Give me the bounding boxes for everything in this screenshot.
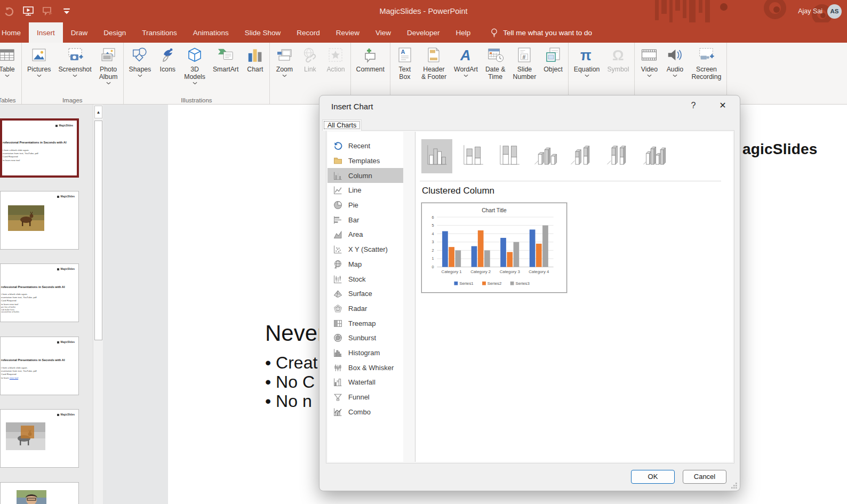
clustered-column-3d-icon — [533, 143, 558, 170]
chart-type-item[interactable]: Sunburst — [327, 331, 403, 346]
chart-type-item[interactable]: Recent — [327, 139, 403, 154]
slide-thumbnail-6[interactable] — [0, 482, 79, 504]
ribbon-button[interactable]: Zoom — [271, 44, 297, 77]
chart-type-item[interactable]: X Y (Scatter) — [327, 242, 403, 257]
thumbnail-scrollbar[interactable]: ▲ — [93, 105, 103, 504]
customize-qat-icon[interactable] — [61, 6, 73, 17]
ribbon-button[interactable]: Shapes — [125, 44, 155, 77]
ribbon-button[interactable]: Photo Album — [95, 44, 122, 85]
ribbon-button[interactable]: Pictures — [23, 44, 54, 77]
help-button[interactable]: ? — [688, 101, 699, 110]
chart-type-item[interactable]: Radar — [327, 301, 403, 316]
chart-type-item[interactable]: Combo — [327, 404, 403, 419]
chart-type-item[interactable]: Box & Whisker — [327, 360, 403, 375]
chart-type-item[interactable]: Templates — [327, 154, 403, 169]
slide-thumbnail-panel: MagicSlides rofessional Presentations in… — [0, 105, 103, 504]
ribbon-button[interactable]: Object — [540, 44, 566, 73]
scroll-up-button[interactable]: ▲ — [94, 106, 102, 118]
chevron-down-icon — [73, 74, 77, 77]
chart-subtype[interactable] — [603, 139, 634, 173]
chart-type-item[interactable]: Surface — [327, 286, 403, 301]
comment-icon — [361, 46, 379, 64]
svg-text:Series2: Series2 — [488, 281, 501, 286]
ribbon-button[interactable]: SmartArt — [209, 44, 243, 73]
stacked-column-3d-icon — [569, 143, 595, 170]
user-avatar[interactable]: AS — [827, 4, 842, 19]
user-name[interactable]: Ajay Sai — [798, 7, 822, 15]
ribbon-button[interactable]: π Equation — [570, 44, 604, 77]
tab-all-charts[interactable]: All Charts — [322, 119, 362, 131]
ribbon-button[interactable]: 3D Models — [180, 44, 209, 85]
ribbon-tab[interactable]: Home — [0, 22, 29, 43]
photo-album-icon — [99, 46, 117, 64]
slide-thumbnail-2[interactable]: MagicSlides — [0, 191, 79, 250]
chart-subtype[interactable] — [639, 139, 670, 173]
cancel-button[interactable]: Cancel — [683, 470, 726, 484]
ribbon-tab[interactable]: Animations — [185, 22, 237, 43]
chart-subtype[interactable] — [458, 139, 489, 173]
ribbon-button[interactable]: Icons — [155, 44, 180, 73]
chart-type-item[interactable]: Bar — [327, 212, 403, 227]
ribbon-button[interactable]: A WordArt — [450, 44, 482, 77]
icons-icon — [158, 46, 177, 64]
chart-subtype[interactable] — [421, 139, 452, 173]
undo-redo-icon[interactable] — [3, 6, 15, 17]
ribbon-tab[interactable]: Record — [289, 22, 328, 43]
chart-type-item[interactable]: Column — [327, 168, 403, 183]
ribbon-tab[interactable]: Transitions — [134, 22, 185, 43]
ribbon-tab[interactable]: Developer — [399, 22, 448, 43]
start-slideshow-icon[interactable] — [22, 6, 34, 17]
slide-thumbnail-5[interactable]: MagicSlides — [0, 409, 79, 468]
ribbon-button[interactable]: Ω Symbol — [603, 44, 633, 73]
ribbon-tab[interactable]: Draw — [63, 22, 96, 43]
ok-button[interactable]: OK — [631, 470, 675, 484]
resize-grip[interactable] — [731, 482, 738, 489]
scrollbar-thumb[interactable] — [94, 121, 102, 340]
ribbon-button[interactable]: # Slide Number — [509, 44, 540, 81]
text-box-icon: A — [396, 46, 414, 64]
ribbon-button[interactable]: Date & Time — [482, 44, 509, 81]
slide-thumbnail-1[interactable]: MagicSlides rofessional Presentations in… — [0, 118, 79, 178]
ribbon-button[interactable]: Audio — [662, 44, 688, 77]
chart-icon — [246, 46, 264, 64]
chart-type-item[interactable]: Histogram — [327, 346, 403, 361]
chart-type-item[interactable]: Stock — [327, 271, 403, 286]
chart-subtype[interactable] — [530, 139, 561, 173]
ribbon-button[interactable]: Screen Recording — [688, 44, 725, 81]
chart-subtype[interactable] — [494, 139, 525, 173]
chart-type-item[interactable]: Treemap — [327, 316, 403, 331]
chevron-down-icon — [464, 74, 468, 77]
close-button[interactable]: ✕ — [716, 100, 729, 110]
ribbon-button[interactable]: Chart — [242, 44, 268, 73]
ribbon-tab[interactable]: View — [367, 22, 399, 43]
slide-bullet-text: • Creat• No C• No n — [265, 353, 317, 411]
zoom-icon — [275, 46, 293, 64]
ribbon-button[interactable]: Link — [297, 44, 323, 73]
tell-me-box[interactable]: Tell me what you want to do — [490, 22, 592, 43]
chart-type-item[interactable]: Funnel — [327, 390, 403, 405]
ribbon-tab[interactable]: Insert — [29, 22, 63, 43]
ribbon-tab[interactable]: Slide Show — [237, 22, 289, 43]
chart-type-item[interactable]: Area — [327, 227, 403, 242]
chart-type-item[interactable]: Line — [327, 183, 403, 198]
chart-subtype[interactable] — [566, 139, 597, 173]
chart-type-item[interactable]: Map — [327, 257, 403, 272]
slide-thumbnail-4[interactable]: MagicSlides rofessional Presentations in… — [0, 337, 79, 395]
ribbon-tab[interactable]: Design — [95, 22, 134, 43]
ribbon-button[interactable]: Screenshot — [54, 44, 95, 77]
ribbon-button[interactable]: A Text Box — [392, 44, 418, 81]
ribbon-button[interactable]: Video — [636, 44, 662, 77]
chart-type-item[interactable]: Waterfall — [327, 375, 403, 390]
chart-preview[interactable]: Chart Title0123456Category 1Category 2Ca… — [421, 203, 567, 293]
ribbon-group-label: Images — [22, 97, 123, 103]
chart-type-item[interactable]: Pie — [327, 198, 403, 213]
comment-forward-icon[interactable] — [42, 6, 53, 17]
ribbon-button[interactable]: Comment — [353, 44, 388, 73]
ribbon-button[interactable]: Table — [0, 44, 20, 77]
ribbon-button[interactable]: Header & Footer — [418, 44, 450, 81]
ribbon-tab[interactable]: Help — [448, 22, 479, 43]
ribbon-button[interactable]: Action — [323, 44, 348, 73]
ribbon-tab[interactable]: Review — [328, 22, 367, 43]
object-icon — [544, 46, 562, 64]
slide-thumbnail-3[interactable]: MagicSlides rofessional Presentations in… — [0, 263, 79, 322]
